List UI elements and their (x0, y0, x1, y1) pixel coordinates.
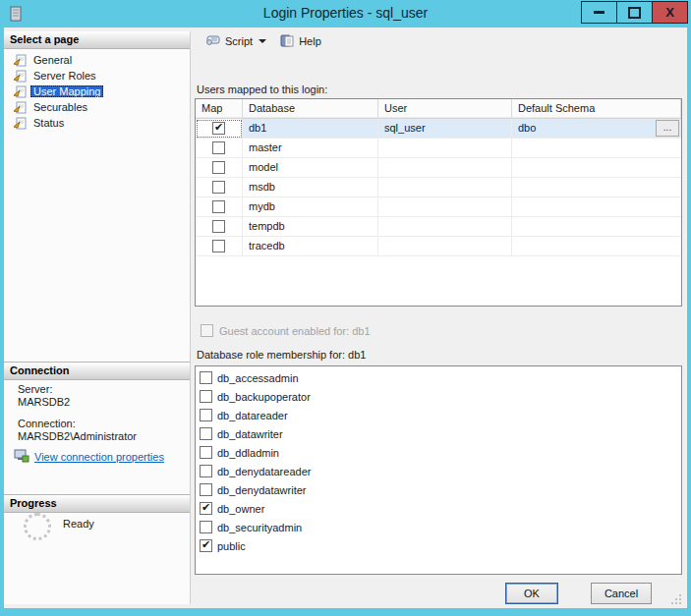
sidebar: Select a page GeneralServer RolesUser Ma… (4, 31, 191, 604)
role-checkbox-db_securityadmin[interactable] (200, 521, 212, 533)
page-icon (13, 101, 28, 114)
role-checkbox-db_ddladmin[interactable] (200, 446, 212, 459)
map-cell (196, 217, 243, 237)
user-cell[interactable]: sql_user (378, 119, 512, 139)
role-checkbox-db_owner[interactable] (200, 502, 212, 515)
help-icon (280, 33, 295, 49)
map-checkbox-msdb[interactable] (212, 181, 225, 194)
database-cell[interactable]: model (243, 158, 378, 178)
role-item-db_denydatareader[interactable]: db_denydatareader (196, 462, 681, 480)
role-label: db_owner (217, 503, 264, 515)
script-dropdown-icon (259, 39, 266, 43)
resize-grip[interactable] (670, 593, 682, 605)
dialog-body: Select a page GeneralServer RolesUser Ma… (4, 28, 687, 608)
user-cell[interactable] (378, 158, 512, 178)
default-schema-cell[interactable]: dbo... (512, 119, 681, 139)
map-checkbox-tracedb[interactable] (212, 240, 225, 252)
role-label: db_denydatareader (217, 466, 311, 477)
sidebar-item-label: Server Roles (30, 70, 99, 82)
map-checkbox-mydb[interactable] (212, 200, 225, 213)
role-item-db_ddladmin[interactable]: db_ddladmin (196, 443, 681, 462)
grid-row-db1[interactable]: db1sql_userdbo... (196, 119, 681, 139)
role-label: db_datawriter (217, 428, 283, 440)
map-checkbox-master[interactable] (212, 141, 225, 154)
user-cell[interactable] (378, 237, 512, 256)
sidebar-pages: GeneralServer RolesUser MappingSecurable… (4, 49, 190, 131)
role-checkbox-db_backupoperator[interactable] (200, 390, 212, 403)
sidebar-item-securables[interactable]: Securables (4, 99, 190, 115)
minimize-icon (594, 11, 605, 14)
default-schema-cell[interactable] (512, 197, 681, 217)
sidebar-item-general[interactable]: General (4, 52, 190, 68)
help-button[interactable]: Help (276, 31, 325, 51)
default-schema-cell[interactable] (512, 139, 681, 158)
role-item-db_securityadmin[interactable]: db_securityadmin (196, 518, 681, 536)
grid-row-master[interactable]: master (196, 139, 681, 158)
sidebar-item-label: Securables (30, 101, 90, 113)
progress-status: Ready (63, 518, 94, 530)
database-cell[interactable]: msdb (243, 178, 378, 197)
toolbar: Script Help (193, 28, 687, 54)
ok-button[interactable]: OK (505, 583, 558, 604)
role-membership-list: db_accessadmindb_backupoperatordb_datare… (195, 365, 682, 575)
grid-row-model[interactable]: model (196, 158, 681, 178)
role-checkbox-public[interactable] (200, 539, 212, 552)
cancel-button[interactable]: Cancel (591, 583, 652, 604)
script-icon (205, 33, 221, 48)
column-header-database[interactable]: Database (243, 99, 378, 118)
maximize-button[interactable] (616, 1, 653, 24)
database-cell[interactable]: master (243, 139, 378, 158)
sidebar-item-user-mapping[interactable]: User Mapping (4, 84, 190, 99)
role-checkbox-db_denydatareader[interactable] (200, 465, 212, 477)
view-connection-properties-link[interactable]: View connection properties (14, 449, 164, 465)
role-item-db_datawriter[interactable]: db_datawriter (196, 424, 681, 443)
database-cell[interactable]: tracedb (243, 237, 378, 256)
user-cell[interactable] (378, 197, 512, 217)
role-item-db_datareader[interactable]: db_datareader (196, 406, 681, 424)
default-schema-cell[interactable] (512, 158, 681, 178)
map-checkbox-db1[interactable] (212, 122, 225, 135)
minimize-button[interactable] (581, 1, 617, 24)
grid-row-mydb[interactable]: mydb (196, 197, 681, 217)
role-item-db_backupoperator[interactable]: db_backupoperator (196, 387, 681, 406)
database-cell[interactable]: tempdb (243, 217, 378, 237)
map-checkbox-model[interactable] (212, 161, 225, 174)
user-cell[interactable] (378, 178, 512, 197)
role-checkbox-db_datareader[interactable] (200, 409, 212, 421)
map-checkbox-tempdb[interactable] (212, 220, 225, 233)
role-item-db_owner[interactable]: db_owner (196, 499, 681, 518)
role-checkbox-db_accessadmin[interactable] (200, 371, 212, 384)
database-cell[interactable]: db1 (243, 119, 378, 139)
grid-row-tempdb[interactable]: tempdb (196, 217, 681, 237)
page-icon (13, 117, 28, 130)
script-button[interactable]: Script (202, 31, 270, 50)
default-schema-cell[interactable] (512, 178, 681, 197)
sidebar-item-label: Status (30, 117, 67, 129)
role-item-public[interactable]: public (196, 536, 681, 555)
guest-account-row: Guest account enabled for: db1 (201, 324, 371, 337)
role-label: db_datareader (217, 410, 288, 421)
role-checkbox-db_denydatawriter[interactable] (200, 483, 212, 496)
sidebar-item-status[interactable]: Status (4, 115, 190, 131)
user-cell[interactable] (378, 217, 512, 237)
server-label: Server: (18, 383, 52, 395)
grid-row-msdb[interactable]: msdb (196, 178, 681, 197)
role-label: db_backupoperator (217, 391, 311, 403)
default-schema-browse-button[interactable]: ... (656, 120, 679, 137)
default-schema-cell[interactable] (512, 237, 681, 256)
user-cell[interactable] (378, 139, 512, 158)
grid-row-tracedb[interactable]: tracedb (196, 237, 681, 256)
role-item-db_denydatawriter[interactable]: db_denydatawriter (196, 480, 681, 499)
connection-label: Connection: (18, 418, 76, 429)
column-header-user[interactable]: User (378, 99, 512, 118)
close-button[interactable]: X (652, 1, 688, 24)
role-checkbox-db_datawriter[interactable] (200, 427, 212, 440)
sidebar-item-server-roles[interactable]: Server Roles (4, 68, 190, 84)
default-schema-cell[interactable] (512, 217, 681, 237)
column-header-map[interactable]: Map (196, 99, 243, 118)
users-mapped-grid: MapDatabaseUserDefault Schemadb1sql_user… (195, 98, 682, 307)
role-label: db_denydatawriter (217, 484, 307, 496)
database-cell[interactable]: mydb (243, 197, 378, 217)
column-header-default-schema[interactable]: Default Schema (512, 99, 681, 118)
role-item-db_accessadmin[interactable]: db_accessadmin (196, 368, 681, 387)
